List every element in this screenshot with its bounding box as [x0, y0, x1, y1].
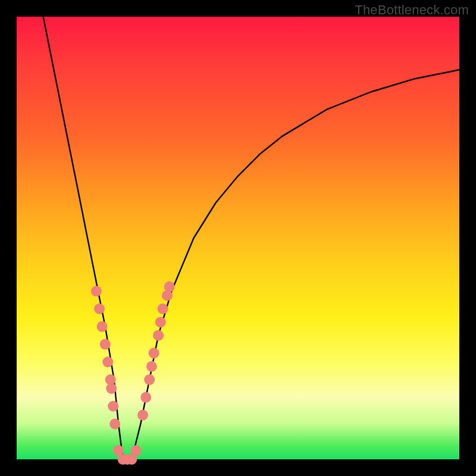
marker-dot — [97, 321, 108, 332]
plot-area — [17, 17, 459, 459]
marker-dot — [164, 281, 175, 292]
marker-dot — [144, 374, 155, 385]
bottleneck-curve — [43, 17, 459, 459]
marker-dot — [146, 361, 157, 372]
marker-dot — [140, 392, 151, 403]
marker-dot — [158, 303, 168, 314]
curve-path — [43, 17, 459, 459]
chart-frame: TheBottleneck.com — [0, 0, 476, 476]
watermark-text: TheBottleneck.com — [355, 2, 469, 18]
marker-dot — [91, 286, 102, 296]
marker-dot — [137, 410, 148, 421]
marker-dot — [149, 347, 159, 358]
highlight-markers — [91, 281, 175, 465]
marker-dot — [94, 303, 105, 314]
marker-dot — [153, 330, 164, 341]
marker-dot — [108, 401, 118, 412]
curve-layer — [17, 17, 459, 459]
marker-dot — [131, 445, 142, 456]
marker-dot — [109, 419, 120, 430]
marker-dot — [106, 383, 117, 394]
marker-dot — [155, 317, 166, 327]
marker-dot — [100, 339, 111, 350]
marker-dot — [102, 356, 113, 367]
